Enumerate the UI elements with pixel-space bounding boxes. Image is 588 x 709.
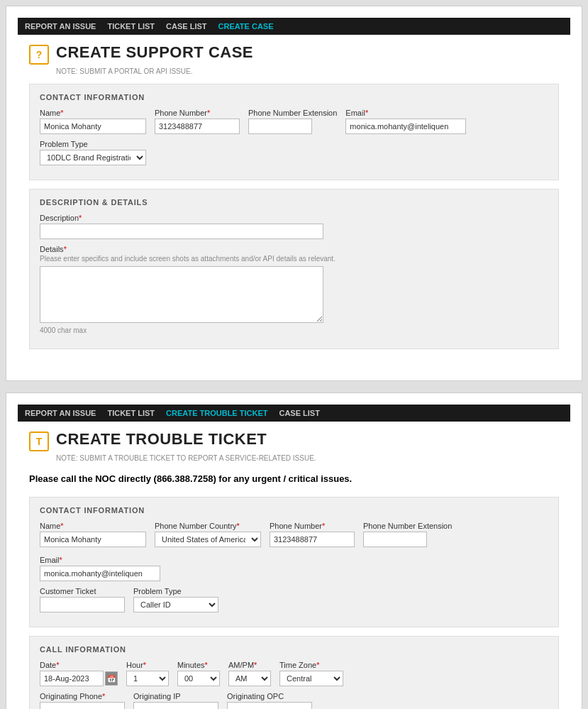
minutes-select[interactable]: 00153045: [177, 671, 220, 686]
nav2-ticket-list[interactable]: TICKET LIST: [107, 409, 155, 417]
trouble-contact-row-2: Customer Ticket Problem Type Caller ID C…: [40, 587, 548, 612]
trouble-ticket-icon: T: [29, 432, 49, 451]
ampm-select[interactable]: AMPM: [228, 671, 271, 686]
trouble-email-field: Email*: [40, 556, 160, 581]
nav-ticket-list[interactable]: TICKET LIST: [107, 22, 155, 31]
orig-opc-label: Originating OPC: [227, 692, 312, 700]
page-title-row: ? CREATE SUPPORT CASE: [29, 43, 559, 65]
noc-alert: Please call the NOC directly (866.388.72…: [29, 471, 559, 487]
name-field: Name*: [40, 109, 146, 134]
trouble-name-label: Name*: [40, 522, 146, 530]
trouble-phone-field: Phone Number*: [270, 522, 355, 547]
details-textarea[interactable]: [40, 266, 323, 323]
orig-phone-field: Originating Phone*: [40, 692, 125, 709]
trouble-phone-country-label: Phone Number Country*: [155, 522, 261, 530]
hour-select[interactable]: 1234 5678 9101112: [126, 671, 169, 686]
char-max: 4000 char max: [40, 326, 335, 334]
trouble-contact-title: CONTACT INFORMATION: [40, 506, 548, 515]
email-label: Email*: [345, 109, 466, 117]
date-input-wrapper: 📅: [40, 671, 118, 686]
details-row: Details* Please enter specifics and incl…: [40, 245, 548, 334]
orig-ip-input[interactable]: [133, 702, 218, 709]
customer-ticket-field: Customer Ticket: [40, 587, 125, 612]
description-row: Description*: [40, 214, 548, 239]
call-info-section: CALL INFORMATION Date* 📅 Hour* 1234 5678…: [29, 636, 559, 709]
hour-label: Hour*: [126, 661, 169, 669]
trouble-name-input[interactable]: [40, 532, 146, 547]
trouble-phone-country-field: Phone Number Country* United States of A…: [155, 522, 261, 547]
trouble-phone-ext-field: Phone Number Extension: [363, 522, 452, 547]
customer-ticket-input[interactable]: [40, 597, 125, 612]
orig-ip-label: Originating IP: [133, 692, 218, 700]
trouble-problem-type-select[interactable]: Caller ID Call Quality Connectivity Othe…: [133, 597, 218, 612]
date-label: Date*: [40, 661, 118, 669]
phone-input[interactable]: [155, 119, 240, 134]
nav2-create-trouble-ticket[interactable]: CREATE TROUBLE TICKET: [166, 409, 267, 417]
email-input[interactable]: [345, 119, 466, 134]
contact-row-1: Name* Phone Number* Phone Number Extensi…: [40, 109, 548, 134]
details-hint: Please enter specifics and include scree…: [40, 255, 335, 263]
trouble-email-input[interactable]: [40, 566, 160, 581]
trouble-phone-ext-input[interactable]: [363, 532, 427, 547]
trouble-problem-type-label: Problem Type: [133, 587, 218, 595]
support-case-icon: ?: [29, 45, 49, 65]
nav-report-issue[interactable]: REPORT AN ISSUE: [25, 22, 96, 31]
hour-field: Hour* 1234 5678 9101112: [126, 661, 169, 686]
trouble-name-field: Name*: [40, 522, 146, 547]
trouble-title-row: T CREATE TROUBLE TICKET: [29, 430, 559, 451]
nav2-report-issue[interactable]: REPORT AN ISSUE: [25, 409, 96, 417]
trouble-phone-country-select[interactable]: United States of America Canada Other: [155, 532, 261, 547]
orig-phone-input[interactable]: [40, 702, 125, 709]
phone-field: Phone Number*: [155, 109, 240, 134]
description-section-title: DESCRIPTION & DETAILS: [40, 198, 548, 207]
name-label: Name*: [40, 109, 146, 117]
call-row-1: Date* 📅 Hour* 1234 5678 9101112 Minute: [40, 661, 548, 686]
ampm-field: AM/PM* AMPM: [228, 661, 271, 686]
date-input[interactable]: [40, 671, 104, 686]
trouble-page-subtitle: NOTE: SUBMIT A TROUBLE TICKET TO REPORT …: [56, 454, 559, 462]
nav2-case-list[interactable]: CASE LIST: [279, 409, 319, 417]
description-input[interactable]: [40, 224, 323, 239]
email-field: Email*: [345, 109, 466, 134]
calendar-icon[interactable]: 📅: [105, 671, 118, 686]
phone-ext-input[interactable]: [248, 119, 312, 134]
orig-opc-input[interactable]: [227, 702, 312, 709]
timezone-field: Time Zone* CentralEasternMountainPacific: [279, 661, 343, 686]
name-input[interactable]: [40, 119, 146, 134]
trouble-phone-input[interactable]: [270, 532, 355, 547]
orig-opc-field: Originating OPC: [227, 692, 312, 709]
trouble-problem-type-field: Problem Type Caller ID Call Quality Conn…: [133, 587, 218, 612]
minutes-field: Minutes* 00153045: [177, 661, 220, 686]
nav-create-case[interactable]: CREATE CASE: [218, 22, 274, 31]
description-label: Description*: [40, 214, 323, 222]
date-field: Date* 📅: [40, 661, 118, 686]
trouble-phone-ext-label: Phone Number Extension: [363, 522, 452, 530]
phone-label: Phone Number*: [155, 109, 240, 117]
description-field: Description*: [40, 214, 323, 239]
trouble-contact-section: CONTACT INFORMATION Name* Phone Number C…: [29, 497, 559, 627]
trouble-phone-label: Phone Number*: [270, 522, 355, 530]
details-label: Details*: [40, 245, 335, 253]
support-case-panel: REPORT AN ISSUE TICKET LIST CASE LIST CR…: [6, 6, 582, 381]
contact-section-title: CONTACT INFORMATION: [40, 93, 548, 101]
customer-ticket-label: Customer Ticket: [40, 587, 125, 595]
timezone-label: Time Zone*: [279, 661, 343, 669]
call-row-2: Originating Phone* Originating IP Origin…: [40, 692, 548, 709]
ampm-label: AM/PM*: [228, 661, 271, 669]
page-subtitle: NOTE: SUBMIT A PORTAL OR API ISSUE.: [56, 67, 559, 75]
details-field: Details* Please enter specifics and incl…: [40, 245, 335, 334]
orig-ip-field: Originating IP: [133, 692, 218, 709]
support-case-nav: REPORT AN ISSUE TICKET LIST CASE LIST CR…: [18, 18, 570, 35]
problem-type-select[interactable]: 10DLC Brand Registration Billing Technic…: [40, 150, 146, 165]
page-title: CREATE SUPPORT CASE: [56, 43, 253, 62]
trouble-ticket-panel: REPORT AN ISSUE TICKET LIST CREATE TROUB…: [6, 392, 582, 709]
nav-case-list[interactable]: CASE LIST: [166, 22, 206, 31]
call-info-title: CALL INFORMATION: [40, 645, 548, 654]
trouble-contact-row-1: Name* Phone Number Country* United State…: [40, 522, 548, 581]
timezone-select[interactable]: CentralEasternMountainPacific: [279, 671, 343, 686]
minutes-label: Minutes*: [177, 661, 220, 669]
phone-ext-field: Phone Number Extension: [248, 109, 337, 134]
problem-type-field: Problem Type 10DLC Brand Registration Bi…: [40, 140, 146, 165]
phone-ext-label: Phone Number Extension: [248, 109, 337, 117]
contact-info-section: CONTACT INFORMATION Name* Phone Number* …: [29, 84, 559, 180]
